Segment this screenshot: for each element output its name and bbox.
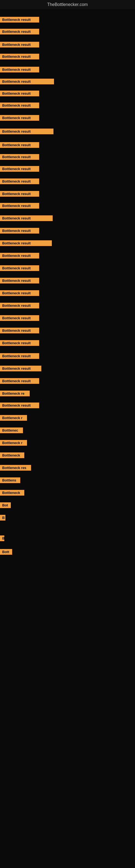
bottleneck-badge[interactable]: Bottleneck result	[0, 29, 39, 34]
bottleneck-badge[interactable]: Bottleneck result	[0, 42, 39, 48]
bottleneck-badge[interactable]: Bottleneck result	[0, 403, 39, 408]
bottleneck-badge[interactable]: Bottleneck result	[0, 366, 41, 371]
bottleneck-badge[interactable]: Bottleneck result	[0, 340, 39, 346]
bottleneck-item: Bottleneck res	[0, 465, 31, 472]
bottleneck-badge[interactable]: Bottleneck result	[0, 328, 39, 333]
bottleneck-badge[interactable]: Bottlenec	[0, 428, 23, 433]
bottleneck-item: Bottleneck result	[0, 142, 39, 149]
bottleneck-item: Bottleneck result	[0, 378, 39, 385]
bottleneck-badge[interactable]: Bottleneck result	[0, 315, 39, 321]
bottleneck-badge[interactable]: Bottleneck result	[0, 253, 39, 258]
bottleneck-item: Bottleneck result	[0, 102, 39, 109]
bottleneck-item: Bottleneck result	[0, 253, 39, 259]
bottleneck-badge[interactable]: Bottleneck result	[0, 142, 39, 148]
bottleneck-badge[interactable]: B	[0, 535, 4, 541]
bottleneck-badge[interactable]: Bottleneck result	[0, 154, 39, 160]
bottleneck-badge[interactable]: Bot	[0, 502, 11, 508]
bottleneck-item: B	[0, 515, 5, 522]
bottleneck-item: Bottleneck r	[0, 415, 27, 422]
bottleneck-badge[interactable]: Bottleneck result	[0, 91, 39, 96]
bottleneck-badge[interactable]: Bottleneck result	[0, 79, 54, 84]
bottleneck-item: Bottleneck result	[0, 328, 39, 335]
bottleneck-badge[interactable]: Bottleneck result	[0, 54, 39, 59]
bottleneck-item: Bottleneck result	[0, 191, 39, 198]
bottleneck-badge[interactable]: Bott	[0, 549, 12, 555]
bottleneck-badge[interactable]: Bottleneck result	[0, 67, 39, 72]
bottleneck-badge[interactable]: Bottleneck result	[0, 191, 39, 197]
bottleneck-item: Bottleneck result	[0, 154, 39, 161]
bottleneck-item: Bot	[0, 502, 11, 509]
bottleneck-badge[interactable]: Bottleneck	[0, 453, 24, 458]
bottleneck-item: Bottleneck result	[0, 315, 39, 322]
bottleneck-item: Bottleneck result	[0, 42, 39, 49]
bottleneck-item: Bottleneck result	[0, 403, 39, 409]
bottleneck-badge[interactable]: Bottleneck result	[0, 240, 52, 246]
bottleneck-item: Bottleneck re	[0, 391, 30, 397]
bottleneck-item: Bottleneck result	[0, 265, 39, 272]
bottleneck-item: Bottleneck result	[0, 366, 41, 372]
bottleneck-item: Bottleneck	[0, 490, 24, 497]
bottleneck-badge[interactable]: Bottleneck result	[0, 303, 39, 308]
bottleneck-badge[interactable]: Bottleneck result	[0, 278, 39, 283]
bottleneck-badge[interactable]: Bottleneck result	[0, 265, 39, 271]
bottleneck-item: Bottleneck result	[0, 54, 39, 61]
bottleneck-item: Bottleneck result	[0, 353, 39, 360]
bottleneck-item: Bottleneck result	[0, 240, 52, 247]
bottleneck-item: Bott	[0, 549, 12, 556]
bottleneck-item: Bottleneck result	[0, 79, 54, 86]
bottleneck-badge[interactable]: Bottleneck result	[0, 378, 39, 384]
bottleneck-badge[interactable]: Bottlens	[0, 477, 20, 483]
bottleneck-item: Bottleneck result	[0, 179, 39, 185]
bottleneck-badge[interactable]: Bottleneck re	[0, 391, 30, 396]
bottleneck-item: Bottleneck result	[0, 228, 39, 235]
bottleneck-item: Bottleneck result	[0, 290, 39, 297]
bottleneck-badge[interactable]: Bottleneck result	[0, 203, 39, 209]
bottleneck-item: Bottlenec	[0, 428, 23, 434]
bottleneck-item: Bottleneck result	[0, 278, 39, 284]
bottleneck-item: Bottleneck result	[0, 340, 39, 347]
site-title: TheBottlenecker.com	[0, 0, 135, 9]
bottleneck-badge[interactable]: Bottleneck result	[0, 179, 39, 184]
bottleneck-item: Bottleneck result	[0, 203, 39, 210]
bottleneck-item: Bottleneck result	[0, 215, 53, 222]
bottleneck-item: B	[0, 535, 4, 542]
bottleneck-badge[interactable]: Bottleneck result	[0, 353, 39, 359]
bottleneck-badge[interactable]: Bottleneck result	[0, 228, 39, 234]
bottleneck-item: Bottleneck r	[0, 440, 27, 447]
bottleneck-item: Bottleneck result	[0, 115, 39, 122]
bottleneck-item: Bottleneck result	[0, 29, 39, 35]
bottleneck-item: Bottlens	[0, 477, 20, 484]
bottleneck-badge[interactable]: Bottleneck result	[0, 166, 39, 172]
bottleneck-item: Bottleneck result	[0, 17, 39, 24]
bottleneck-item: Bottleneck	[0, 453, 24, 459]
bottleneck-badge[interactable]: Bottleneck result	[0, 129, 53, 134]
bottleneck-item: Bottleneck result	[0, 166, 39, 173]
bottleneck-badge[interactable]: Bottleneck result	[0, 102, 39, 108]
bottleneck-badge[interactable]: Bottleneck r	[0, 440, 27, 446]
bottleneck-badge[interactable]: Bottleneck result	[0, 215, 53, 221]
bottleneck-item: Bottleneck result	[0, 303, 39, 310]
bottleneck-item: Bottleneck result	[0, 129, 53, 135]
bottleneck-badge[interactable]: Bottleneck r	[0, 415, 27, 421]
bottleneck-badge[interactable]: Bottleneck result	[0, 290, 39, 296]
bottleneck-item: Bottleneck result	[0, 67, 39, 73]
bottleneck-badge[interactable]: Bottleneck	[0, 490, 24, 496]
bottleneck-badge[interactable]: Bottleneck result	[0, 17, 39, 23]
bottleneck-badge[interactable]: Bottleneck result	[0, 115, 39, 121]
bottleneck-badge[interactable]: Bottleneck res	[0, 465, 31, 471]
bottleneck-badge[interactable]: B	[0, 515, 5, 521]
bottleneck-item: Bottleneck result	[0, 91, 39, 97]
